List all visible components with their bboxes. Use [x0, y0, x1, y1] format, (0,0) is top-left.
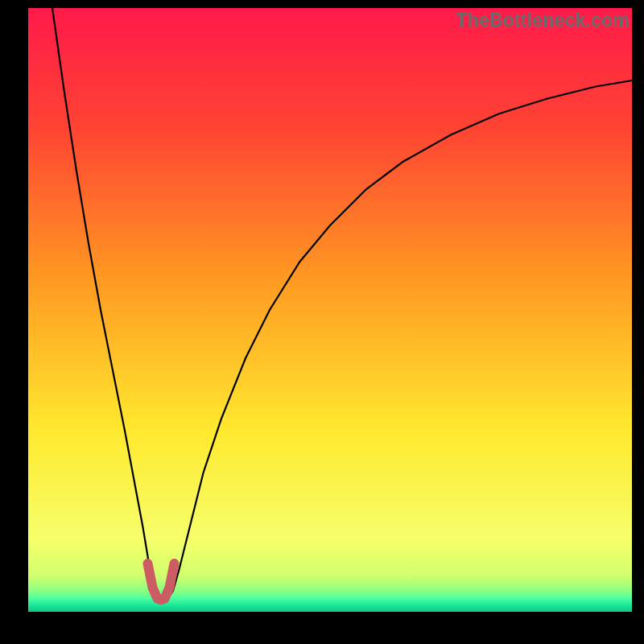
bottleneck-chart	[28, 8, 632, 612]
watermark-text: TheBottleneck.com	[456, 10, 630, 31]
gradient-background	[28, 8, 632, 612]
plot-frame	[28, 8, 632, 612]
